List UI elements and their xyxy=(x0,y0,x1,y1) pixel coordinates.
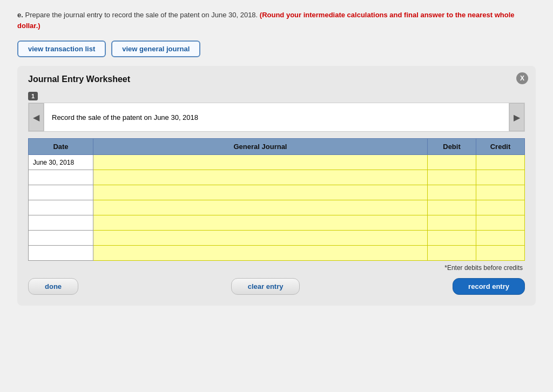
journal-input-6[interactable] xyxy=(93,231,427,245)
bottom-buttons-area: done clear entry record entry xyxy=(28,278,525,295)
transaction-number-badge: 1 xyxy=(28,92,38,100)
debit-cell-3 xyxy=(428,185,476,200)
transaction-badge-wrapper: 1 xyxy=(28,92,525,100)
debit-input-3[interactable] xyxy=(428,185,476,200)
debit-input-6[interactable] xyxy=(428,231,476,245)
nav-prev-button[interactable]: ◀ xyxy=(29,103,44,131)
journal-cell-5 xyxy=(93,215,428,231)
debit-input-5[interactable] xyxy=(428,215,476,230)
journal-cell-3 xyxy=(93,185,428,200)
table-row: June 30, 2018 xyxy=(29,155,525,170)
journal-table: Date General Journal Debit Credit June 3… xyxy=(28,138,525,261)
credit-input-3[interactable] xyxy=(476,185,524,200)
credit-cell-2 xyxy=(476,170,525,185)
instructions-main: Prepare the journal entry to record the … xyxy=(25,11,258,19)
label-e: e. xyxy=(17,11,23,19)
col-header-credit: Credit xyxy=(476,139,525,155)
date-cell-2 xyxy=(29,170,93,185)
journal-input-2[interactable] xyxy=(93,170,427,185)
credit-cell-7 xyxy=(476,246,525,261)
done-button[interactable]: done xyxy=(28,278,78,295)
table-row xyxy=(29,231,525,246)
instructions: e. Prepare the journal entry to record t… xyxy=(17,10,536,31)
credit-input-2[interactable] xyxy=(476,170,524,185)
credit-input-1[interactable] xyxy=(476,155,524,170)
worksheet-container: Journal Entry Worksheet X 1 ◀ Record the… xyxy=(17,66,536,306)
journal-cell-6 xyxy=(93,231,428,246)
table-row xyxy=(29,246,525,261)
close-button[interactable]: X xyxy=(516,72,528,84)
date-cell-6 xyxy=(29,231,93,246)
debit-input-2[interactable] xyxy=(428,170,476,185)
debit-cell-4 xyxy=(428,200,476,215)
credit-input-5[interactable] xyxy=(476,215,524,230)
col-header-date: Date xyxy=(29,139,93,155)
credit-cell-6 xyxy=(476,231,525,246)
journal-cell-7 xyxy=(93,246,428,261)
table-row xyxy=(29,200,525,215)
journal-input-1[interactable] xyxy=(93,155,427,170)
date-cell-5 xyxy=(29,215,93,231)
credit-cell-5 xyxy=(476,215,525,231)
date-cell-7 xyxy=(29,246,93,261)
journal-cell-2 xyxy=(93,170,428,185)
hint-text: *Enter debits before credits xyxy=(28,264,525,272)
col-header-general-journal: General Journal xyxy=(93,139,428,155)
transaction-description: Record the sale of the patent on June 30… xyxy=(44,103,509,131)
journal-input-4[interactable] xyxy=(93,200,427,215)
transaction-nav-area: ◀ Record the sale of the patent on June … xyxy=(28,103,525,132)
debit-cell-2 xyxy=(428,170,476,185)
col-header-debit: Debit xyxy=(428,139,476,155)
journal-input-3[interactable] xyxy=(93,185,427,200)
clear-entry-button[interactable]: clear entry xyxy=(231,278,300,295)
table-row xyxy=(29,185,525,200)
credit-cell-4 xyxy=(476,200,525,215)
record-entry-button[interactable]: record entry xyxy=(453,278,525,295)
debit-input-4[interactable] xyxy=(428,200,476,215)
debit-input-1[interactable] xyxy=(428,155,476,170)
credit-input-6[interactable] xyxy=(476,231,524,245)
debit-cell-5 xyxy=(428,215,476,231)
credit-cell-1 xyxy=(476,155,525,170)
date-cell-4 xyxy=(29,200,93,215)
debit-cell-1 xyxy=(428,155,476,170)
journal-input-7[interactable] xyxy=(93,246,427,260)
journal-cell-1 xyxy=(93,155,428,170)
credit-input-7[interactable] xyxy=(476,246,524,260)
top-buttons-area: view transaction list view general journ… xyxy=(17,40,536,57)
debit-cell-6 xyxy=(428,231,476,246)
credit-cell-3 xyxy=(476,185,525,200)
date-cell-3 xyxy=(29,185,93,200)
journal-cell-4 xyxy=(93,200,428,215)
worksheet-title: Journal Entry Worksheet xyxy=(28,75,525,84)
journal-input-5[interactable] xyxy=(93,215,427,230)
debit-cell-7 xyxy=(428,246,476,261)
view-general-journal-button[interactable]: view general journal xyxy=(111,40,200,57)
date-cell-1: June 30, 2018 xyxy=(29,155,93,170)
table-row xyxy=(29,170,525,185)
table-row xyxy=(29,215,525,231)
debit-input-7[interactable] xyxy=(428,246,476,260)
view-transaction-list-button[interactable]: view transaction list xyxy=(17,40,106,57)
nav-next-button[interactable]: ▶ xyxy=(509,103,524,131)
credit-input-4[interactable] xyxy=(476,200,524,215)
